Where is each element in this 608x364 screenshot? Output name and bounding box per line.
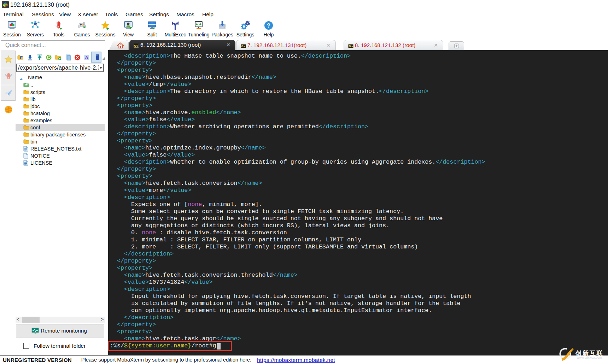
svg-text:A: A bbox=[85, 55, 88, 60]
svg-text:?: ? bbox=[267, 23, 270, 29]
